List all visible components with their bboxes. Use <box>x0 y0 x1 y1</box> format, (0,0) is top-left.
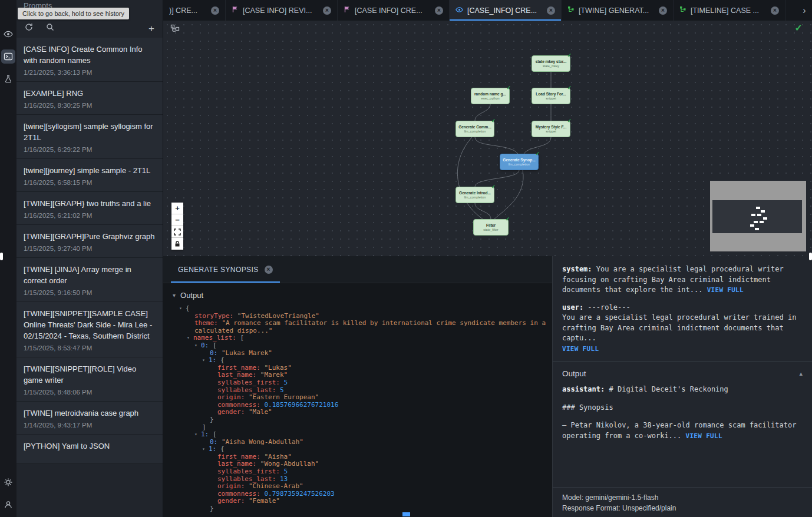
list-item[interactable]: [TWINE][SNIPPET][SAMPLE CASE] Online Thr… <box>16 302 163 357</box>
prompt-title: [CASE INFO] Create Common Info with rand… <box>24 44 156 66</box>
tab-partial[interactable]: )] CRE... × <box>163 0 226 21</box>
close-icon[interactable]: × <box>323 6 331 15</box>
prompt-date: 1/16/2025, 6:21:02 PM <box>24 212 156 219</box>
list-item[interactable]: [TWINE] metroidvania case graph1/14/2025… <box>16 402 163 435</box>
graph-node[interactable]: Load Story For... snippet ✓ <box>532 88 570 104</box>
prompts-panel-icon[interactable] <box>1 49 15 64</box>
list-item[interactable]: [EXAMPLE] RNG1/16/2025, 8:30:25 PM <box>16 82 163 115</box>
node-subtitle: llm_completion <box>464 130 486 133</box>
lock-button[interactable] <box>171 238 183 250</box>
close-icon[interactable]: × <box>547 6 555 15</box>
node-subtitle: state_filter <box>483 228 498 231</box>
list-item[interactable]: [TWINE][GRAPH} two truths and a lie1/16/… <box>16 192 163 225</box>
tab-label: [CASE_INFO] CRE... <box>467 6 543 15</box>
graph-canvas[interactable]: ✓ state mkey stor... state_mkey ✓ random… <box>163 21 812 256</box>
graph-node[interactable]: Generate Introd... llm_completion ✓ <box>455 187 494 203</box>
close-icon[interactable]: × <box>435 6 443 15</box>
prompt-date: 1/16/2025, 6:58:15 PM <box>24 179 156 186</box>
graph-node-selected[interactable]: Generate Synop... llm_completion ✓ <box>500 154 539 170</box>
minimap[interactable] <box>710 181 806 251</box>
response-format-label: Response Format: Unspecified/plain <box>562 503 803 513</box>
graph-node[interactable]: state mkey stor... state_mkey ✓ <box>532 55 570 72</box>
graph-node[interactable]: random name g... exec_python ✓ <box>471 88 510 104</box>
horizontal-scrollbar-thumb[interactable] <box>402 512 410 516</box>
collapse-caret-icon[interactable]: ▾ <box>202 446 209 453</box>
gear-icon[interactable] <box>1 475 15 489</box>
user-label: user: <box>562 303 583 311</box>
collapse-caret-icon[interactable]: ▾ <box>187 334 193 342</box>
flask-icon[interactable] <box>1 72 15 86</box>
node-title: Generate Synop... <box>503 158 535 162</box>
user-icon[interactable] <box>1 498 15 512</box>
tab-timeline-case[interactable]: [TIMELINE] CASE ... × <box>674 0 785 21</box>
collapse-caret-icon[interactable]: ▾ <box>194 431 201 439</box>
tooltip: Click to go back, hold to see history <box>18 8 129 19</box>
close-icon[interactable]: × <box>211 6 219 15</box>
output-label: Output <box>180 291 203 300</box>
check-icon: ✓ <box>535 151 540 157</box>
tab-case-info-cre-active[interactable]: [CASE_INFO] CRE... × <box>450 0 562 21</box>
eye-icon[interactable] <box>1 27 15 41</box>
view-full-link[interactable]: VIEW FULL <box>707 286 744 294</box>
list-item[interactable]: [TWINE] [JINJA] Array merge in correct o… <box>16 258 163 302</box>
node-subtitle: state_mkey <box>543 64 559 68</box>
zoom-in-button[interactable]: + <box>171 203 183 214</box>
close-icon[interactable]: × <box>659 6 667 15</box>
prompt-date: 1/16/2025, 8:30:25 PM <box>24 102 156 109</box>
output-collapse-row[interactable]: Output ▴ <box>562 362 803 385</box>
zoom-controls: + − <box>171 203 183 250</box>
node-output-panel: GENERATE SYNOPSIS × ▾ Output ▾{ storyTyp… <box>163 256 552 517</box>
json-line: ▾names_list: [ <box>163 334 552 342</box>
graph-icon <box>567 6 575 15</box>
assistant-label: assistant: <box>562 385 605 393</box>
list-item[interactable]: [TWINE][SNIPPET][ROLE] Video game writer… <box>16 357 163 402</box>
list-item[interactable]: [PYTHON] Yaml to JSON <box>16 435 163 463</box>
collapse-caret-icon[interactable]: ▾ <box>179 305 186 313</box>
prompts-sidebar: Prompts + [CASE INFO] Create Common Info… <box>16 0 163 517</box>
close-icon[interactable]: × <box>771 6 779 15</box>
tab-bar: )] CRE... × [CASE INFO] REVI... × [CASE … <box>163 0 812 21</box>
minimap-node <box>763 217 767 220</box>
check-icon: ✓ <box>491 118 496 124</box>
output-collapse-row[interactable]: ▾ Output <box>163 283 552 305</box>
list-item[interactable]: [twine][syllogism] sample syllogism for … <box>16 115 163 159</box>
fit-view-button[interactable] <box>171 226 183 238</box>
json-line: gender: "Female" <box>163 498 552 505</box>
zoom-out-button[interactable]: − <box>171 214 183 226</box>
minimap-node <box>754 221 758 223</box>
user-message: user: ---role--- You are a specialist le… <box>562 303 803 354</box>
close-icon[interactable]: × <box>265 266 273 274</box>
check-icon: ✓ <box>567 118 572 124</box>
graph-node[interactable]: Mystery Style F... snippet ✓ <box>532 121 570 137</box>
add-prompt-button[interactable]: + <box>148 24 154 34</box>
view-full-link[interactable]: VIEW FULL <box>686 432 722 440</box>
tab-twine-generat[interactable]: [TWINE] GENERAT... × <box>562 0 674 21</box>
sidebar-toolbar: + <box>16 21 163 35</box>
prompt-date: 1/16/2025, 6:29:22 PM <box>24 146 156 153</box>
prompt-title: [TWINE][SNIPPET][SAMPLE CASE] Online Thr… <box>24 308 156 342</box>
list-item[interactable]: [CASE INFO] Create Common Info with rand… <box>16 38 163 82</box>
flag-icon <box>232 6 239 15</box>
graph-node[interactable]: Generate Comm... llm_completion ✓ <box>455 121 494 137</box>
panel-resize-handle-left[interactable] <box>0 253 3 260</box>
view-full-link[interactable]: VIEW FULL <box>562 345 599 353</box>
graph-icon <box>679 6 686 15</box>
chevron-right-icon[interactable]: › <box>797 0 812 21</box>
list-item[interactable]: [twine][journey] simple sample - 2T1L1/1… <box>16 159 163 192</box>
node-subtitle: llm_completion <box>509 163 530 166</box>
graph-node[interactable]: Filter state_filter ✓ <box>473 219 509 236</box>
refresh-icon[interactable] <box>25 23 33 34</box>
tab-case-info-revi[interactable]: [CASE INFO] REVI... × <box>226 0 338 21</box>
search-icon[interactable] <box>46 23 54 34</box>
panel-tab-generate-synopsis[interactable]: GENERATE SYNOPSIS × <box>171 256 280 283</box>
prompt-title: [TWINE] [JINJA] Array merge in correct o… <box>24 264 156 286</box>
tab-case-info-cre[interactable]: [CASE INFO] CRE... × <box>338 0 450 21</box>
run-details-panel: system: You are a specialist legal proce… <box>552 256 812 517</box>
panel-resize-handle-right[interactable] <box>809 253 812 260</box>
prompt-title: [TWINE][GRAPH} two truths and a lie <box>24 198 156 209</box>
collapse-caret-icon[interactable]: ▾ <box>194 342 201 350</box>
collapse-caret-icon[interactable]: ▾ <box>202 357 209 364</box>
tab-label: )] CRE... <box>169 6 207 15</box>
list-item[interactable]: [TWINE][GRAPH]Pure Graphviz graph1/15/20… <box>16 225 163 258</box>
prompt-date: 1/21/2025, 3:36:13 PM <box>24 69 156 76</box>
